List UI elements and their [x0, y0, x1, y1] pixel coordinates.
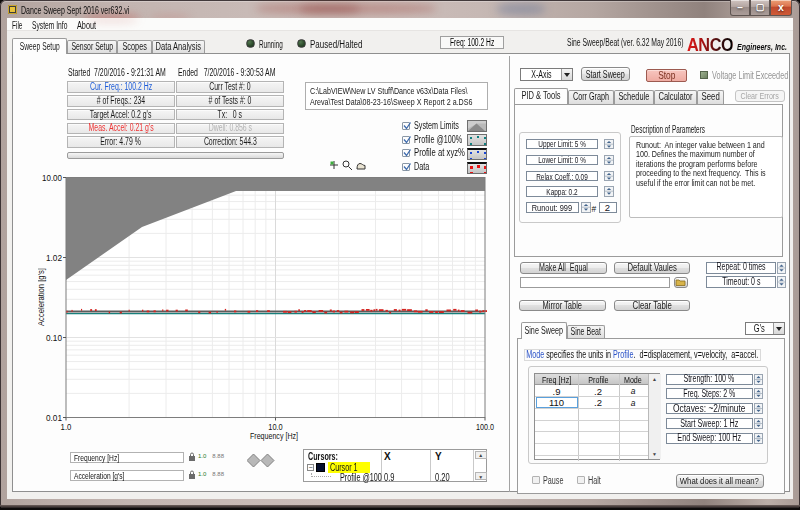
svg-text:0.10: 0.10 [46, 332, 62, 343]
svg-text:100.0: 100.0 [476, 421, 494, 432]
svg-text:0.01: 0.01 [46, 412, 62, 423]
svg-text:1.02: 1.02 [46, 252, 62, 263]
svg-text:1.0: 1.0 [61, 421, 72, 432]
svg-text:Frequency [Hz]: Frequency [Hz] [250, 430, 298, 441]
svg-text:10.00: 10.00 [42, 172, 62, 183]
svg-text:Acceleration [g's]: Acceleration [g's] [38, 268, 46, 326]
